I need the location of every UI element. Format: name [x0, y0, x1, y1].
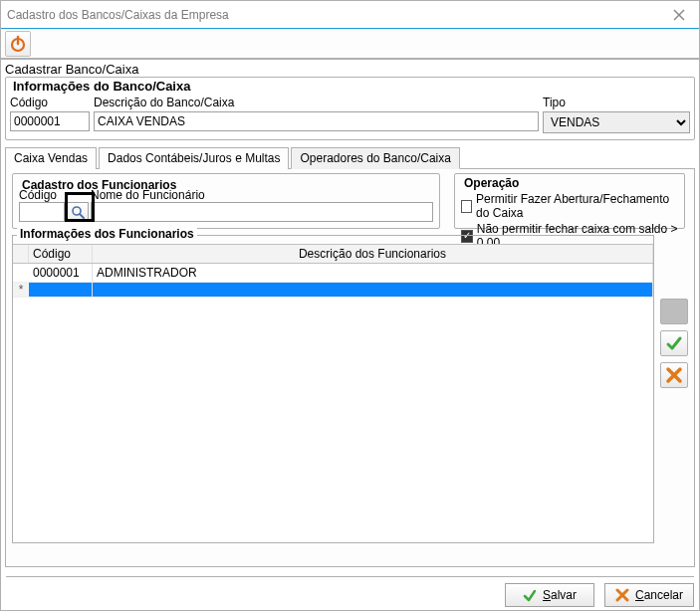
tipo-select[interactable]: VENDAS	[543, 111, 690, 133]
salvar-label: Salvar	[543, 588, 577, 602]
tab-caixa-vendas[interactable]: Caixa Vendas	[5, 147, 97, 169]
cancelar-button[interactable]: Cancelar	[604, 583, 694, 607]
info-func-legend: Informações dos Funcionarios	[17, 227, 197, 241]
funcionarios-grid: Código Descrição dos Funcionarios 000000…	[13, 244, 653, 542]
side-buttons	[660, 299, 690, 388]
cad-func-nome-label: Nome do Funcionário	[91, 188, 433, 202]
info-banco-legend: Informações do Banco/Caixa	[10, 79, 193, 94]
toolbar	[1, 29, 699, 59]
side-button-gray[interactable]	[660, 299, 688, 324]
grid-col-marker	[13, 245, 29, 263]
info-banco-group: Informações do Banco/Caixa Código Descri…	[5, 77, 695, 140]
window-close-button[interactable]	[667, 5, 691, 25]
tabs: Caixa Vendas Dados Contábeis/Juros e Mul…	[5, 146, 695, 169]
grid-body: 0000001 ADMINISTRADOR *	[13, 264, 653, 542]
row-desc-new	[93, 283, 653, 297]
operacao-group: Operação Permitir Fazer Abertura/Fechame…	[454, 173, 685, 229]
salvar-button[interactable]: Salvar	[505, 583, 594, 607]
cross-icon	[665, 366, 683, 384]
footer: Salvar Cancelar	[6, 576, 694, 607]
tab-pane-operadores: Cadastro dos Funcionarios Código Nome do…	[5, 169, 695, 567]
tab-dados-contabeis[interactable]: Dados Contábeis/Juros e Multas	[99, 147, 289, 169]
cad-func-codigo-input[interactable]	[19, 202, 65, 222]
grid-header: Código Descrição dos Funcionarios	[13, 245, 653, 264]
cad-func-nome-input[interactable]	[91, 202, 433, 222]
cross-icon	[615, 588, 629, 602]
cancelar-label: Cancelar	[635, 588, 683, 602]
informacoes-funcionarios-group: Informações dos Funcionarios Código Desc…	[12, 235, 654, 543]
cad-func-codigo-label: Código	[19, 188, 65, 202]
descricao-input[interactable]	[94, 111, 539, 131]
row-desc: ADMINISTRADOR	[93, 264, 653, 282]
side-button-cancel[interactable]	[660, 362, 688, 388]
close-icon	[673, 9, 685, 21]
grid-col-codigo[interactable]: Código	[29, 245, 93, 263]
grid-col-descricao[interactable]: Descrição dos Funcionarios	[93, 245, 653, 263]
row-codigo-new	[29, 283, 93, 297]
checkbox-permitir-abertura[interactable]	[461, 200, 472, 213]
descricao-label: Descrição do Banco/Caixa	[94, 96, 539, 109]
tipo-label: Tipo	[543, 96, 690, 109]
magnifier-icon	[71, 205, 85, 219]
tab-operadores[interactable]: Operadores do Banco/Caixa	[291, 147, 459, 169]
codigo-label: Código	[10, 96, 90, 109]
titlebar: Cadastro dos Bancos/Caixas da Empresa	[1, 1, 699, 29]
table-row[interactable]: 0000001 ADMINISTRADOR	[13, 264, 653, 283]
search-funcionario-button[interactable]	[67, 202, 89, 222]
power-button[interactable]	[5, 31, 31, 57]
side-button-confirm[interactable]	[660, 330, 688, 356]
codigo-input[interactable]	[10, 111, 90, 131]
operacao-legend: Operação	[461, 176, 522, 190]
check-icon	[523, 588, 537, 602]
window-title: Cadastro dos Bancos/Caixas da Empresa	[7, 8, 667, 22]
permitir-label: Permitir Fazer Abertura/Fechamento do Ca…	[476, 192, 678, 220]
table-row-new[interactable]: *	[13, 283, 653, 298]
section-title: Cadastrar Banco/Caixa	[1, 60, 699, 77]
row-marker	[13, 264, 29, 282]
new-row-marker: *	[13, 283, 29, 297]
cadastro-funcionarios-group: Cadastro dos Funcionarios Código Nome do…	[12, 173, 440, 229]
power-icon	[9, 35, 27, 53]
row-codigo: 0000001	[29, 264, 93, 282]
svg-line-5	[80, 214, 84, 218]
check-icon	[665, 334, 683, 352]
